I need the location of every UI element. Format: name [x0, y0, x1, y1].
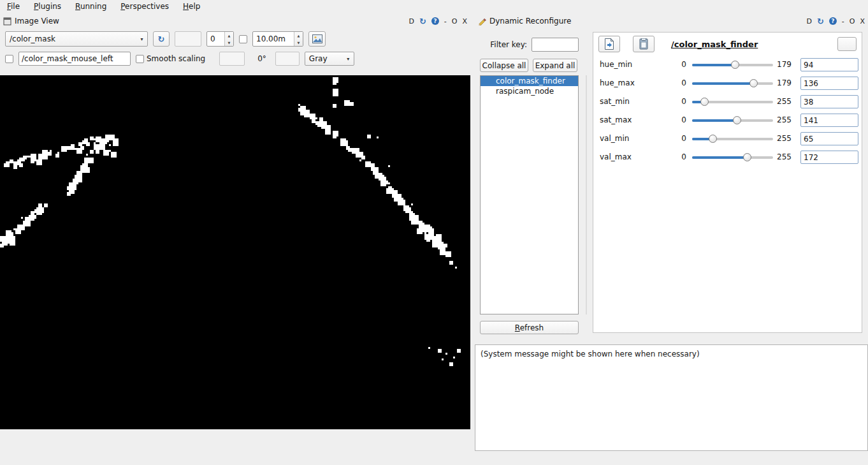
load-config-button[interactable]	[633, 36, 655, 52]
param-rows: hue_min 0 179 hue_max 0 179 sat_min	[593, 55, 862, 166]
system-message-area: (System message might be shown here when…	[475, 344, 868, 451]
tree-buttons-row: Collapse all Expand all	[480, 59, 577, 72]
param-max: 255	[775, 148, 792, 166]
param-panel-header: /color_mask_finder	[598, 35, 857, 53]
toolbar-blank-field[interactable]	[275, 52, 300, 66]
save-file-icon	[604, 38, 614, 50]
slider-handle[interactable]	[700, 98, 709, 106]
zoom-spinbox[interactable]: 0 ▲ ▼	[206, 31, 234, 47]
spin-up-icon[interactable]: ▲	[294, 32, 303, 39]
maximize-button[interactable]: O	[452, 17, 458, 26]
close-button[interactable]: X	[860, 17, 865, 26]
param-max: 255	[775, 92, 792, 111]
minimize-button[interactable]: -	[444, 17, 447, 26]
topic-dropdown[interactable]: /color_mask ▾	[5, 31, 148, 47]
mouse-click-topic-input[interactable]	[18, 52, 131, 66]
help-icon[interactable]: ?	[431, 17, 439, 25]
filter-key-input[interactable]	[532, 38, 579, 52]
slider-handle[interactable]	[733, 116, 741, 124]
save-config-button[interactable]	[598, 36, 620, 52]
detach-button[interactable]: D	[409, 17, 414, 26]
param-slider[interactable]	[692, 98, 773, 106]
param-value-input[interactable]	[800, 132, 858, 145]
rotation-label: 0°	[257, 54, 266, 63]
param-value-input[interactable]	[800, 95, 858, 108]
menu-bar: File Plugins Running Perspectives Help	[0, 0, 868, 13]
param-slider[interactable]	[692, 153, 773, 161]
detach-button[interactable]: D	[806, 17, 811, 26]
slider-handle[interactable]	[743, 153, 751, 161]
param-value-input[interactable]	[800, 151, 858, 164]
expand-all-button[interactable]: Expand all	[533, 59, 577, 72]
open-file-icon	[639, 38, 649, 50]
blank-button[interactable]	[837, 37, 857, 51]
toolbar-blank-field[interactable]	[175, 31, 201, 47]
refresh-topics-button[interactable]: ↻	[153, 31, 170, 47]
param-value-input[interactable]	[800, 58, 858, 71]
param-label: val_min	[600, 129, 673, 148]
refresh-label: Refresh	[515, 323, 544, 332]
param-slider[interactable]	[692, 135, 773, 143]
dynamic-range-checkbox[interactable]	[239, 35, 247, 43]
param-slider[interactable]	[692, 116, 773, 124]
help-glyph: ?	[831, 18, 834, 24]
collapse-all-button[interactable]: Collapse all	[480, 59, 528, 72]
smooth-scaling-checkbox[interactable]	[136, 55, 144, 63]
param-panel-title: /color_mask_finder	[671, 40, 758, 49]
save-image-button[interactable]	[308, 31, 326, 47]
spin-up-icon[interactable]: ▲	[225, 32, 233, 39]
param-row: hue_min 0 179	[593, 55, 862, 74]
color-mask-image[interactable]	[0, 75, 470, 429]
slider-fill	[692, 64, 735, 66]
max-range-value: 10.00m	[253, 32, 294, 46]
help-glyph: ?	[433, 18, 437, 24]
param-slider[interactable]	[692, 61, 773, 69]
spin-buttons[interactable]: ▲ ▼	[294, 32, 303, 46]
param-row: hue_max 0 179	[593, 74, 862, 92]
help-icon[interactable]: ?	[829, 17, 837, 25]
close-button[interactable]: X	[462, 17, 467, 26]
menu-item-perspectives[interactable]: Perspectives	[119, 1, 175, 12]
image-view-title: Image View	[15, 17, 59, 26]
param-value-input[interactable]	[800, 114, 858, 127]
param-min: 0	[676, 148, 686, 166]
param-row: val_min 0 255	[593, 129, 862, 148]
menu-item-plugins[interactable]: Plugins	[32, 1, 67, 12]
expand-all-label: Expand all	[535, 61, 575, 70]
menu-item-help[interactable]: Help	[181, 1, 206, 12]
slider-handle[interactable]	[709, 135, 717, 143]
node-item-color-mask-finder[interactable]: color_mask_finder	[481, 76, 578, 86]
minimize-button[interactable]: -	[842, 17, 844, 26]
max-range-spinbox[interactable]: 10.00m ▲ ▼	[252, 31, 303, 47]
slider-handle[interactable]	[731, 61, 739, 69]
smooth-scaling-label: Smooth scaling	[147, 54, 205, 63]
reload-plugin-icon[interactable]: ↻	[817, 18, 824, 25]
dynamic-reconfigure-titlebar: Dynamic Reconfigure D ↻ ? - O X	[475, 14, 868, 28]
publish-click-checkbox[interactable]	[5, 55, 13, 63]
menu-item-running[interactable]: Running	[73, 1, 112, 12]
topic-dropdown-value: /color_mask	[6, 34, 136, 43]
color-scheme-dropdown[interactable]: Gray ▾	[305, 52, 354, 66]
menu-item-file[interactable]: File	[5, 1, 25, 12]
slider-handle[interactable]	[749, 79, 758, 87]
splitter-handle[interactable]	[584, 75, 588, 314]
param-label: hue_max	[600, 74, 673, 92]
filter-key-label: Filter key:	[490, 40, 527, 49]
param-row: sat_max 0 255	[593, 111, 862, 129]
refresh-button[interactable]: Refresh	[480, 321, 579, 334]
param-slider[interactable]	[692, 79, 773, 87]
node-item-raspicam-node[interactable]: raspicam_node	[481, 86, 578, 96]
spin-buttons[interactable]: ▲ ▼	[224, 32, 233, 46]
dynamic-reconfigure-icon	[478, 17, 486, 26]
dynamic-reconfigure-title: Dynamic Reconfigure	[489, 17, 571, 26]
param-max: 179	[775, 74, 792, 92]
spin-down-icon[interactable]: ▼	[294, 39, 303, 46]
reload-plugin-icon[interactable]: ↻	[419, 18, 426, 25]
param-panel: /color_mask_finder hue_min 0 179 hue_max…	[593, 32, 862, 333]
spin-down-icon[interactable]: ▼	[225, 39, 233, 46]
toolbar-blank-field[interactable]	[219, 52, 245, 66]
param-value-input[interactable]	[800, 77, 858, 90]
color-scheme-value: Gray	[305, 54, 343, 63]
maximize-button[interactable]: O	[850, 17, 855, 26]
node-list: color_mask_finder raspicam_node	[480, 75, 579, 314]
